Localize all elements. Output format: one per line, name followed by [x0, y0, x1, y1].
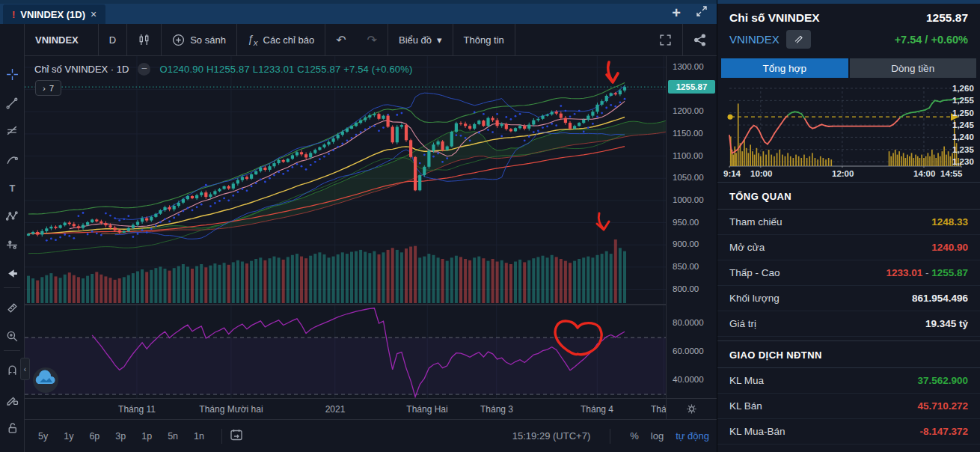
trend-line-icon: [6, 97, 19, 109]
info-button[interactable]: Thông tin: [453, 24, 515, 55]
chart-menu-label: Biểu đồ: [399, 34, 432, 46]
price-tick: 950.00: [673, 218, 699, 227]
data-row: KL Mua37.562.900: [717, 368, 980, 394]
rsi-tick: 60.0000: [673, 346, 704, 355]
data-row: Thấp - Cao1233.01 - 1255.87: [717, 260, 980, 286]
text-icon: T: [6, 182, 19, 195]
lock-tool[interactable]: [0, 416, 24, 439]
tab-bar: ! VNINDEX (1D) × +: [0, 0, 717, 24]
interval-button[interactable]: D: [99, 24, 126, 55]
fib-retracement-tool[interactable]: [0, 120, 24, 142]
share-icon[interactable]: [683, 24, 717, 55]
mini-y-tick: 1,255: [952, 96, 974, 105]
candle-style-button[interactable]: [127, 24, 161, 55]
range-1p-button[interactable]: 1p: [135, 428, 158, 445]
mini-x-tick: 12:00: [832, 169, 854, 178]
redo-button[interactable]: ↷: [357, 24, 388, 55]
price-tick: 800.00: [673, 284, 699, 293]
forecast-tool[interactable]: [0, 233, 24, 256]
lock-icon: [6, 421, 19, 434]
rsi-tick: 40.0000: [673, 375, 704, 384]
panel-title: Chỉ số VNINDEX: [729, 11, 820, 25]
legend-title: Chỉ số VNINDEX · 1D: [34, 64, 129, 75]
compare-button[interactable]: So sánh: [162, 24, 236, 55]
price-tick: 850.00: [673, 262, 699, 271]
zoom-in-tool[interactable]: [0, 325, 24, 347]
text-tool[interactable]: T: [0, 177, 24, 199]
pencil-icon: [794, 34, 803, 44]
collapse-toolbar-button[interactable]: ‹: [20, 358, 30, 380]
arrow-marker-tool[interactable]: [0, 262, 24, 284]
data-row: Khối lượng861.954.496: [717, 286, 980, 311]
auto-scale-button[interactable]: tự động: [676, 430, 709, 442]
time-axis[interactable]: Tháng 11Tháng Mười hai2021Tháng HaiTháng…: [25, 398, 666, 419]
price-tick: 1150.00: [673, 129, 703, 138]
time-tick: 2021: [294, 404, 376, 415]
axis-settings-corner[interactable]: [666, 398, 717, 419]
trend-line-tool[interactable]: [0, 91, 24, 114]
mini-y-tick: 1,250: [952, 109, 974, 117]
zoom-in-icon: [6, 330, 19, 343]
edit-symbol-button[interactable]: [786, 30, 811, 49]
mini-y-tick: 1,260: [952, 84, 974, 93]
range-1n-button[interactable]: 1n: [188, 428, 210, 445]
hide-indicator-button[interactable]: –: [138, 63, 150, 76]
indicators-button[interactable]: ƒx Các chỉ báo: [237, 24, 325, 55]
range-5y-button[interactable]: 5y: [32, 428, 54, 445]
tab-Dòng tiền[interactable]: Dòng tiền: [850, 58, 977, 78]
drawing-toolbar: T: [0, 24, 25, 452]
mini-x-tick: 14:00: [913, 169, 935, 178]
ruler-tool[interactable]: [0, 296, 24, 319]
right-info-panel: Chỉ số VNINDEX 1255.87 VNINDEX +7.54 / +…: [717, 0, 980, 452]
price-tick: 1100.00: [673, 151, 703, 160]
legend-ohlc: O1240.90 H1255.87 L1233.01 C1255.87 +7.5…: [159, 64, 412, 75]
chart-menu-button[interactable]: Biểu đồ ▾: [388, 24, 453, 55]
range-5n-button[interactable]: 5n: [162, 428, 184, 445]
indicators-collapsed-button[interactable]: › 7: [35, 80, 61, 96]
range-3p-button[interactable]: 3p: [109, 428, 132, 445]
range-1y-button[interactable]: 1y: [58, 428, 79, 445]
tab-label: VNINDEX (1D): [20, 9, 85, 20]
gear-icon[interactable]: [686, 403, 697, 415]
log-scale-button[interactable]: log: [651, 430, 664, 442]
crosshair-tool[interactable]: [0, 63, 24, 85]
arrow-marker-icon: [6, 267, 19, 280]
price-tick: 1050.00: [673, 173, 704, 182]
fullscreen-icon[interactable]: [649, 24, 682, 55]
xabcd-pattern-tool[interactable]: [0, 205, 24, 227]
panel-symbol-link[interactable]: VNINDEX: [729, 33, 780, 46]
expand-window-icon[interactable]: [696, 5, 708, 20]
forecast-icon: [6, 239, 19, 251]
price-tick: 1000.00: [673, 195, 704, 204]
add-tab-button[interactable]: +: [672, 5, 681, 20]
main-chart-canvas[interactable]: [25, 56, 666, 398]
range-6p-button[interactable]: 6p: [83, 428, 105, 445]
eye-tool[interactable]: [0, 445, 24, 452]
mini-y-tick: 1,240: [952, 132, 974, 141]
indicator-count: 7: [49, 84, 54, 93]
crosshair-icon: [6, 68, 19, 81]
ruler-icon: [6, 302, 19, 314]
drawing-lock-tool[interactable]: [0, 388, 24, 410]
close-icon[interactable]: ×: [91, 8, 97, 20]
mini-y-tick: 1,235: [952, 145, 974, 154]
go-to-date-button[interactable]: [230, 428, 243, 444]
chart-legend: Chỉ số VNINDEX · 1D – O1240.90 H1255.87 …: [34, 63, 413, 76]
tab-vnindex[interactable]: ! VNINDEX (1D) ×: [3, 4, 105, 24]
section-header: GIAO DỊCH NĐTNN: [717, 340, 980, 368]
drawing-lock-icon: [6, 393, 19, 406]
clock-display[interactable]: 15:19:29 (UTC+7): [512, 430, 590, 442]
fib-retracement-icon: [6, 125, 19, 138]
price-axis[interactable]: 1300.001200.001150.001100.001050.001000.…: [666, 56, 717, 398]
mini-y-tick: 1,245: [952, 120, 974, 129]
eye-icon: [6, 450, 19, 452]
tab-Tổng hợp[interactable]: Tổng hợp: [721, 58, 848, 78]
symbol-button[interactable]: VNINDEX: [25, 24, 98, 55]
compare-label: So sánh: [190, 34, 226, 46]
undo-button[interactable]: ↶: [325, 24, 356, 55]
brush-tool[interactable]: [0, 148, 24, 171]
panel-last-price: 1255.87: [926, 11, 968, 25]
chevron-right-icon: ›: [43, 84, 46, 93]
chart-toolbar: VNINDEX D So sánh ƒx Các chỉ báo ↶ ↷ Biể…: [25, 24, 717, 56]
percent-scale-button[interactable]: %: [630, 430, 639, 442]
